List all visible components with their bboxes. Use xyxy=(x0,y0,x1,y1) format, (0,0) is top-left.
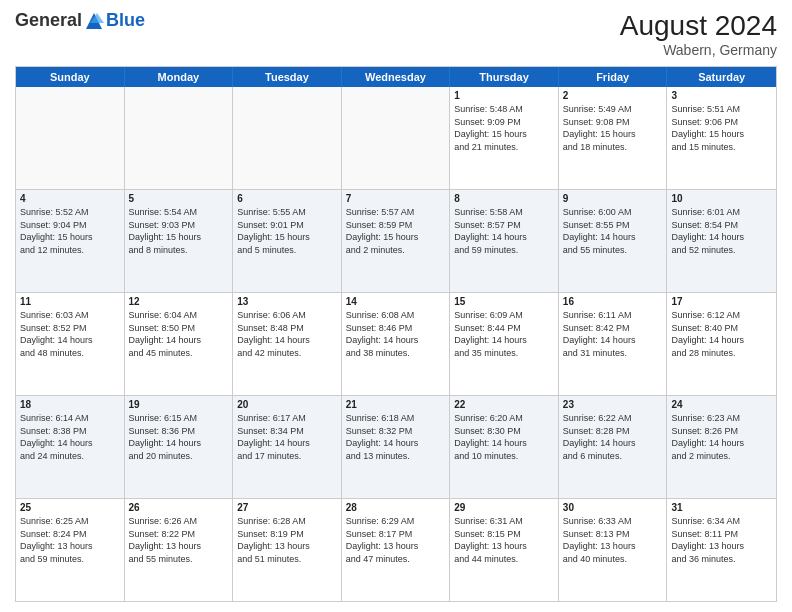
weekday-header-sunday: Sunday xyxy=(16,67,125,87)
day-info: Sunrise: 6:28 AM Sunset: 8:19 PM Dayligh… xyxy=(237,515,337,565)
calendar-cell: 21Sunrise: 6:18 AM Sunset: 8:32 PM Dayli… xyxy=(342,396,451,498)
calendar-cell: 14Sunrise: 6:08 AM Sunset: 8:46 PM Dayli… xyxy=(342,293,451,395)
day-info: Sunrise: 5:57 AM Sunset: 8:59 PM Dayligh… xyxy=(346,206,446,256)
calendar-cell: 18Sunrise: 6:14 AM Sunset: 8:38 PM Dayli… xyxy=(16,396,125,498)
calendar-row-1: 4Sunrise: 5:52 AM Sunset: 9:04 PM Daylig… xyxy=(16,189,776,292)
day-number: 12 xyxy=(129,296,229,307)
logo-text: General Blue xyxy=(15,10,145,31)
weekday-header-monday: Monday xyxy=(125,67,234,87)
day-number: 18 xyxy=(20,399,120,410)
day-info: Sunrise: 6:08 AM Sunset: 8:46 PM Dayligh… xyxy=(346,309,446,359)
header: General Blue August 2024 Wabern, Germany xyxy=(15,10,777,58)
weekday-header-thursday: Thursday xyxy=(450,67,559,87)
calendar-header: SundayMondayTuesdayWednesdayThursdayFrid… xyxy=(16,67,776,87)
calendar-cell: 2Sunrise: 5:49 AM Sunset: 9:08 PM Daylig… xyxy=(559,87,668,189)
day-info: Sunrise: 6:31 AM Sunset: 8:15 PM Dayligh… xyxy=(454,515,554,565)
day-number: 7 xyxy=(346,193,446,204)
weekday-header-friday: Friday xyxy=(559,67,668,87)
day-number: 30 xyxy=(563,502,663,513)
day-number: 29 xyxy=(454,502,554,513)
day-info: Sunrise: 5:51 AM Sunset: 9:06 PM Dayligh… xyxy=(671,103,772,153)
calendar-row-0: 1Sunrise: 5:48 AM Sunset: 9:09 PM Daylig… xyxy=(16,87,776,189)
day-number: 13 xyxy=(237,296,337,307)
day-number: 3 xyxy=(671,90,772,101)
day-number: 4 xyxy=(20,193,120,204)
calendar-cell xyxy=(125,87,234,189)
calendar-cell: 4Sunrise: 5:52 AM Sunset: 9:04 PM Daylig… xyxy=(16,190,125,292)
calendar-cell: 23Sunrise: 6:22 AM Sunset: 8:28 PM Dayli… xyxy=(559,396,668,498)
calendar-cell: 12Sunrise: 6:04 AM Sunset: 8:50 PM Dayli… xyxy=(125,293,234,395)
day-number: 21 xyxy=(346,399,446,410)
day-number: 27 xyxy=(237,502,337,513)
calendar-cell xyxy=(342,87,451,189)
calendar-cell xyxy=(233,87,342,189)
day-number: 5 xyxy=(129,193,229,204)
calendar-cell: 3Sunrise: 5:51 AM Sunset: 9:06 PM Daylig… xyxy=(667,87,776,189)
calendar-cell: 13Sunrise: 6:06 AM Sunset: 8:48 PM Dayli… xyxy=(233,293,342,395)
location: Wabern, Germany xyxy=(620,42,777,58)
day-info: Sunrise: 5:48 AM Sunset: 9:09 PM Dayligh… xyxy=(454,103,554,153)
day-number: 16 xyxy=(563,296,663,307)
day-number: 26 xyxy=(129,502,229,513)
calendar-cell: 9Sunrise: 6:00 AM Sunset: 8:55 PM Daylig… xyxy=(559,190,668,292)
day-info: Sunrise: 6:12 AM Sunset: 8:40 PM Dayligh… xyxy=(671,309,772,359)
logo-blue: Blue xyxy=(106,10,145,31)
day-number: 31 xyxy=(671,502,772,513)
calendar-cell: 7Sunrise: 5:57 AM Sunset: 8:59 PM Daylig… xyxy=(342,190,451,292)
calendar-cell: 31Sunrise: 6:34 AM Sunset: 8:11 PM Dayli… xyxy=(667,499,776,601)
calendar-cell: 6Sunrise: 5:55 AM Sunset: 9:01 PM Daylig… xyxy=(233,190,342,292)
calendar-cell: 20Sunrise: 6:17 AM Sunset: 8:34 PM Dayli… xyxy=(233,396,342,498)
day-number: 11 xyxy=(20,296,120,307)
day-info: Sunrise: 6:15 AM Sunset: 8:36 PM Dayligh… xyxy=(129,412,229,462)
logo-icon xyxy=(84,11,104,31)
calendar-cell: 29Sunrise: 6:31 AM Sunset: 8:15 PM Dayli… xyxy=(450,499,559,601)
day-info: Sunrise: 6:22 AM Sunset: 8:28 PM Dayligh… xyxy=(563,412,663,462)
day-info: Sunrise: 6:26 AM Sunset: 8:22 PM Dayligh… xyxy=(129,515,229,565)
day-number: 22 xyxy=(454,399,554,410)
day-info: Sunrise: 6:09 AM Sunset: 8:44 PM Dayligh… xyxy=(454,309,554,359)
page: General Blue August 2024 Wabern, Germany… xyxy=(0,0,792,612)
day-info: Sunrise: 6:04 AM Sunset: 8:50 PM Dayligh… xyxy=(129,309,229,359)
day-number: 14 xyxy=(346,296,446,307)
day-number: 15 xyxy=(454,296,554,307)
calendar-cell: 27Sunrise: 6:28 AM Sunset: 8:19 PM Dayli… xyxy=(233,499,342,601)
weekday-header-saturday: Saturday xyxy=(667,67,776,87)
day-info: Sunrise: 6:11 AM Sunset: 8:42 PM Dayligh… xyxy=(563,309,663,359)
day-info: Sunrise: 6:33 AM Sunset: 8:13 PM Dayligh… xyxy=(563,515,663,565)
day-number: 19 xyxy=(129,399,229,410)
day-number: 17 xyxy=(671,296,772,307)
day-info: Sunrise: 6:00 AM Sunset: 8:55 PM Dayligh… xyxy=(563,206,663,256)
day-info: Sunrise: 6:20 AM Sunset: 8:30 PM Dayligh… xyxy=(454,412,554,462)
calendar-cell: 19Sunrise: 6:15 AM Sunset: 8:36 PM Dayli… xyxy=(125,396,234,498)
calendar-cell: 26Sunrise: 6:26 AM Sunset: 8:22 PM Dayli… xyxy=(125,499,234,601)
weekday-header-tuesday: Tuesday xyxy=(233,67,342,87)
day-info: Sunrise: 6:03 AM Sunset: 8:52 PM Dayligh… xyxy=(20,309,120,359)
day-info: Sunrise: 6:29 AM Sunset: 8:17 PM Dayligh… xyxy=(346,515,446,565)
day-number: 23 xyxy=(563,399,663,410)
calendar-cell: 15Sunrise: 6:09 AM Sunset: 8:44 PM Dayli… xyxy=(450,293,559,395)
calendar-row-4: 25Sunrise: 6:25 AM Sunset: 8:24 PM Dayli… xyxy=(16,498,776,601)
day-number: 2 xyxy=(563,90,663,101)
day-info: Sunrise: 6:14 AM Sunset: 8:38 PM Dayligh… xyxy=(20,412,120,462)
logo-general: General xyxy=(15,10,82,31)
day-number: 8 xyxy=(454,193,554,204)
title-block: August 2024 Wabern, Germany xyxy=(620,10,777,58)
day-number: 1 xyxy=(454,90,554,101)
day-info: Sunrise: 5:52 AM Sunset: 9:04 PM Dayligh… xyxy=(20,206,120,256)
calendar-cell: 22Sunrise: 6:20 AM Sunset: 8:30 PM Dayli… xyxy=(450,396,559,498)
day-number: 6 xyxy=(237,193,337,204)
day-number: 10 xyxy=(671,193,772,204)
calendar-cell: 28Sunrise: 6:29 AM Sunset: 8:17 PM Dayli… xyxy=(342,499,451,601)
weekday-header-wednesday: Wednesday xyxy=(342,67,451,87)
day-number: 20 xyxy=(237,399,337,410)
day-number: 9 xyxy=(563,193,663,204)
day-info: Sunrise: 5:55 AM Sunset: 9:01 PM Dayligh… xyxy=(237,206,337,256)
day-info: Sunrise: 6:25 AM Sunset: 8:24 PM Dayligh… xyxy=(20,515,120,565)
day-info: Sunrise: 6:23 AM Sunset: 8:26 PM Dayligh… xyxy=(671,412,772,462)
day-info: Sunrise: 6:18 AM Sunset: 8:32 PM Dayligh… xyxy=(346,412,446,462)
calendar-cell: 8Sunrise: 5:58 AM Sunset: 8:57 PM Daylig… xyxy=(450,190,559,292)
calendar-cell: 25Sunrise: 6:25 AM Sunset: 8:24 PM Dayli… xyxy=(16,499,125,601)
calendar-cell: 24Sunrise: 6:23 AM Sunset: 8:26 PM Dayli… xyxy=(667,396,776,498)
calendar-cell: 30Sunrise: 6:33 AM Sunset: 8:13 PM Dayli… xyxy=(559,499,668,601)
day-info: Sunrise: 5:54 AM Sunset: 9:03 PM Dayligh… xyxy=(129,206,229,256)
